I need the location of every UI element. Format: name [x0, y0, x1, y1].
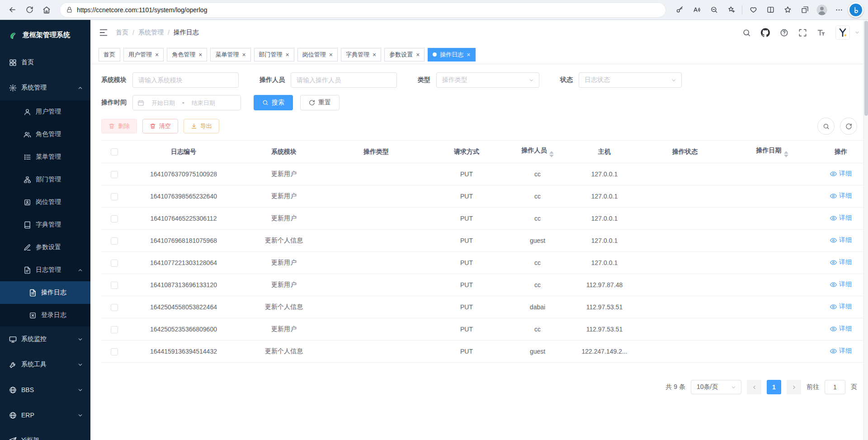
app-logo[interactable]: 意框架管理系统: [0, 20, 90, 50]
breadcrumb-home[interactable]: 首页: [116, 28, 128, 37]
date-range-picker[interactable]: -: [132, 95, 241, 110]
detail-link[interactable]: 详细: [830, 258, 852, 266]
sidebar-item-post-management[interactable]: 岗位管理: [0, 191, 90, 213]
start-date-input[interactable]: [147, 99, 179, 106]
next-page-button[interactable]: [787, 380, 801, 394]
tab[interactable]: 菜单管理 ×: [210, 48, 250, 62]
browser-back-button[interactable]: [5, 2, 20, 18]
add-favorite-icon[interactable]: [723, 2, 739, 18]
browser-menu-icon[interactable]: [831, 2, 847, 18]
tab[interactable]: 部门管理 ×: [254, 48, 294, 62]
detail-link[interactable]: 详细: [830, 347, 852, 355]
github-icon[interactable]: [761, 28, 770, 37]
row-checkbox[interactable]: [111, 282, 118, 289]
tab[interactable]: 角色管理 ×: [167, 48, 207, 62]
sidebar-item-yi-framework[interactable]: Yi框架: [0, 428, 90, 440]
read-aloud-icon[interactable]: [689, 2, 705, 18]
select-all-checkbox[interactable]: [111, 148, 118, 156]
reset-button[interactable]: 重置: [300, 95, 340, 110]
address-bar[interactable]: https://ccnetcore.com:1101/system/log/op…: [60, 2, 666, 18]
tab-close-icon[interactable]: ×: [467, 52, 470, 58]
row-checkbox[interactable]: [111, 260, 118, 267]
row-checkbox[interactable]: [111, 326, 118, 333]
refresh-table-button[interactable]: [840, 118, 857, 135]
tab-close-icon[interactable]: ×: [198, 52, 202, 58]
collections-icon[interactable]: [797, 2, 813, 18]
row-checkbox[interactable]: [111, 171, 118, 178]
tab[interactable]: 参数设置 ×: [384, 48, 425, 62]
detail-link[interactable]: 详细: [830, 303, 852, 311]
tab-close-icon[interactable]: ×: [373, 52, 376, 58]
detail-link[interactable]: 详细: [830, 236, 852, 244]
sidebar-item-system-tools[interactable]: 系统工具: [0, 352, 90, 377]
sidebar-item-system-management[interactable]: 系统管理: [0, 75, 90, 100]
detail-link[interactable]: 详细: [830, 325, 852, 333]
sidebar-item-dept-management[interactable]: 部门管理: [0, 168, 90, 191]
sidebar-item-param-settings[interactable]: 参数设置: [0, 236, 90, 259]
tab-close-icon[interactable]: ×: [416, 52, 420, 58]
profile-avatar[interactable]: [814, 2, 830, 18]
sidebar-item-menu-management[interactable]: 菜单管理: [0, 146, 90, 168]
detail-link[interactable]: 详细: [830, 214, 852, 222]
favorites-bar-icon[interactable]: [779, 2, 796, 18]
bing-icon[interactable]: [848, 2, 863, 18]
password-key-icon[interactable]: [671, 2, 688, 18]
tab-close-icon[interactable]: ×: [329, 52, 333, 58]
search-icon[interactable]: [742, 28, 751, 37]
sidebar-item-user-management[interactable]: 用户管理: [0, 100, 90, 123]
sidebar-item-bbs[interactable]: BBS: [0, 377, 90, 402]
sidebar-item-dict-management[interactable]: 字典管理: [0, 213, 90, 236]
search-button[interactable]: 搜索: [254, 95, 293, 110]
row-checkbox[interactable]: [111, 348, 118, 355]
delete-button[interactable]: 删除: [101, 119, 137, 133]
export-button[interactable]: 导出: [184, 119, 219, 133]
sidebar-item-log-management[interactable]: 日志管理: [0, 259, 90, 281]
status-select[interactable]: 日志状态: [579, 72, 682, 88]
sidebar-item-erp[interactable]: ERP: [0, 402, 90, 428]
type-select[interactable]: 操作类型: [436, 72, 539, 88]
scrollbar-thumb[interactable]: [864, 21, 868, 116]
browser-home-button[interactable]: [39, 2, 54, 18]
collapse-sidebar-icon[interactable]: [99, 28, 108, 38]
row-checkbox[interactable]: [111, 193, 118, 200]
tab[interactable]: 岗位管理 ×: [297, 48, 338, 62]
fullscreen-icon[interactable]: [798, 28, 807, 37]
sidebar-item-operation-log[interactable]: 操作日志: [0, 281, 90, 304]
tab[interactable]: 操作日志 ×: [428, 48, 475, 62]
sidebar-item-home[interactable]: 首页: [0, 50, 90, 75]
font-size-icon[interactable]: [817, 28, 826, 37]
browser-refresh-button[interactable]: [22, 2, 37, 18]
tab[interactable]: 字典管理 ×: [341, 48, 381, 62]
clear-button[interactable]: 清空: [142, 119, 178, 133]
goto-page-input[interactable]: [825, 380, 845, 394]
tab-close-icon[interactable]: ×: [155, 52, 159, 58]
detail-link[interactable]: 详细: [830, 192, 852, 200]
tab-close-icon[interactable]: ×: [242, 52, 245, 58]
browser-essentials-icon[interactable]: [745, 2, 761, 18]
zoom-out-icon[interactable]: [706, 2, 722, 18]
row-checkbox[interactable]: [111, 237, 118, 245]
col-operator[interactable]: 操作人员: [509, 141, 566, 163]
user-avatar[interactable]: [835, 25, 850, 40]
tab-close-icon[interactable]: ×: [286, 52, 289, 58]
tab[interactable]: 用户管理 ×: [123, 48, 164, 62]
sidebar-item-role-management[interactable]: 角色管理: [0, 123, 90, 146]
page-number-button[interactable]: 1: [767, 380, 781, 394]
select-all-header[interactable]: [101, 141, 127, 163]
sort-carets-icon[interactable]: [784, 151, 788, 157]
detail-link[interactable]: 详细: [830, 280, 852, 289]
help-icon[interactable]: [780, 28, 788, 37]
col-date[interactable]: 操作日期: [727, 141, 817, 163]
sort-carets-icon[interactable]: [549, 151, 554, 157]
prev-page-button[interactable]: [747, 380, 761, 394]
sidebar-item-system-monitor[interactable]: 系统监控: [0, 326, 90, 352]
module-input[interactable]: [132, 72, 239, 88]
split-screen-icon[interactable]: [762, 2, 778, 18]
operator-input[interactable]: [291, 72, 397, 88]
breadcrumb-system[interactable]: 系统管理: [138, 28, 164, 37]
avatar-dropdown-icon[interactable]: [854, 30, 860, 35]
toggle-search-button[interactable]: [817, 118, 835, 135]
detail-link[interactable]: 详细: [830, 170, 852, 178]
page-size-select[interactable]: 10条/页: [691, 380, 741, 394]
row-checkbox[interactable]: [111, 304, 118, 311]
